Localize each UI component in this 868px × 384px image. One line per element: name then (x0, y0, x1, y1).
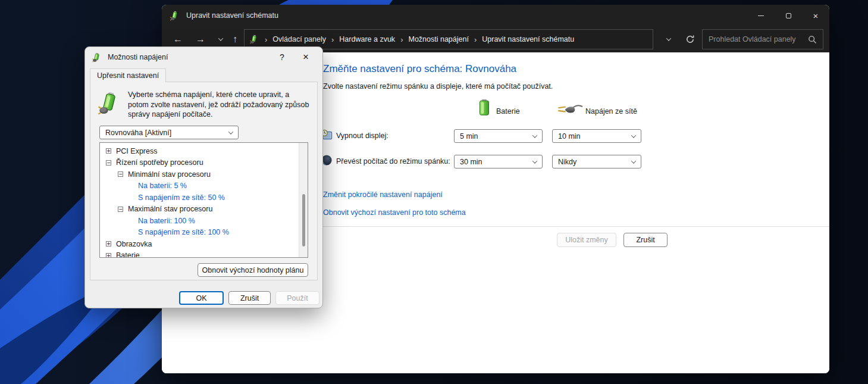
tree-item-label: Baterie (116, 251, 140, 258)
restore-plan-defaults-button[interactable]: Obnovit výchozí hodnoty plánu (198, 263, 308, 277)
collapse-icon[interactable]: − (118, 171, 123, 177)
window-controls: × (747, 5, 829, 26)
restore-defaults-link[interactable]: Obnovit výchozí nastavení pro toto schém… (323, 208, 466, 217)
desktop: Upravit nastavení schématu × ← → ↑ (0, 0, 868, 384)
refresh-button[interactable] (681, 26, 700, 52)
dialog-cancel-button[interactable]: Zrušit (228, 291, 271, 305)
tree-value-on-battery-min[interactable]: Na baterii: 5 % (100, 180, 298, 192)
breadcrumb-separator-icon: › (469, 35, 482, 44)
tree-item-label: Maximální stav procesoru (128, 205, 212, 213)
cancel-button[interactable]: Zrušit (623, 233, 668, 247)
turn-off-display-label: Vypnout displej: (336, 132, 388, 140)
collapse-icon[interactable]: − (118, 207, 123, 212)
page-title: Změňte nastavení pro schéma: Rovnováha (323, 63, 516, 75)
refresh-icon (685, 35, 695, 44)
power-options-icon (170, 11, 180, 21)
power-options-icon (92, 52, 102, 63)
breadcrumb-item-power-options[interactable]: Možnosti napájení (408, 35, 468, 43)
maximize-button[interactable] (775, 5, 802, 26)
power-scheme-icon (98, 91, 122, 115)
close-button[interactable]: × (802, 5, 829, 26)
plugged-in-column-header: Napájen ze sítě (585, 107, 637, 115)
breadcrumb-item-edit-plan[interactable]: Upravit nastavení schématu (482, 35, 574, 43)
window-title: Upravit nastavení schématu (186, 11, 278, 20)
help-button[interactable]: ? (270, 48, 294, 66)
close-icon: × (303, 51, 309, 63)
sleep-label: Převést počítač do režimu spánku: (336, 157, 450, 166)
selected-value: Nikdy (558, 158, 576, 166)
tree-value-label: S napájením ze sítě: 100 % (138, 228, 229, 236)
address-history-button[interactable] (659, 26, 678, 52)
forward-icon: → (196, 34, 205, 45)
power-scheme-select[interactable]: Rovnováha [Aktivní] (99, 126, 239, 139)
battery-column-header: Baterie (496, 107, 520, 115)
breadcrumb-separator-icon: › (395, 35, 408, 44)
tree-value-label: S napájením ze sítě: 50 % (138, 193, 225, 202)
collapse-icon[interactable]: − (106, 160, 111, 166)
sleep-plugged-select[interactable]: Nikdy (552, 155, 641, 168)
apply-button[interactable]: Použít (275, 291, 319, 305)
window-titlebar[interactable]: Upravit nastavení schématu × (162, 5, 829, 26)
tree-item-processor-power[interactable]: − Řízení spotřeby procesoru (100, 157, 298, 169)
search-box[interactable] (702, 29, 823, 49)
selected-value: 10 min (558, 132, 581, 141)
battery-icon (479, 99, 490, 115)
up-icon: ↑ (233, 34, 237, 45)
chevron-down-icon (532, 133, 537, 138)
save-changes-button[interactable]: Uložit změny (557, 233, 616, 247)
minimize-icon (758, 15, 764, 16)
power-options-dialog: Možnosti napájení ? × Upřesnit nastavení… (84, 46, 323, 308)
advanced-power-settings-link[interactable]: Změnit pokročilé nastavení napájení (323, 191, 443, 199)
dialog-titlebar[interactable]: Možnosti napájení ? × (85, 47, 322, 67)
tree-value-label: Na baterii: 5 % (138, 182, 187, 190)
dialog-title: Možnosti napájení (108, 53, 168, 61)
ok-button[interactable]: OK (179, 291, 224, 305)
selected-value: 30 min (460, 158, 482, 166)
chevron-down-icon (532, 158, 537, 163)
dialog-close-button[interactable]: × (294, 48, 318, 66)
tree-value-on-battery-max[interactable]: Na baterii: 100 % (100, 215, 298, 227)
expand-icon[interactable]: + (106, 148, 111, 154)
tree-item-label: Řízení spotřeby procesoru (116, 158, 203, 167)
close-icon: × (813, 11, 819, 21)
selected-value: 5 min (460, 132, 478, 141)
tree-item-label: PCI Express (116, 147, 157, 155)
plug-icon (557, 104, 583, 115)
minimize-button[interactable] (747, 5, 775, 26)
tree-item-pci-express[interactable]: + PCI Express (100, 145, 298, 157)
breadcrumb-separator-icon: › (259, 35, 272, 44)
page-subtitle: Zvolte nastavení režimu spánku a displej… (323, 82, 553, 90)
scrollbar-thumb[interactable] (302, 194, 305, 246)
settings-tree[interactable]: + PCI Express − Řízení spotřeby procesor… (99, 142, 308, 258)
maximize-icon (786, 13, 791, 18)
breadcrumb-separator-icon: › (326, 35, 339, 44)
breadcrumb-item-hardware-sound[interactable]: Hardware a zvuk (339, 35, 395, 43)
chevron-down-icon (666, 36, 671, 40)
breadcrumb-item-control-panel[interactable]: Ovládací panely (272, 35, 326, 43)
chevron-down-icon (631, 133, 636, 138)
tree-scrollbar[interactable] (299, 143, 308, 257)
tree-value-label: Na baterii: 100 % (138, 217, 195, 225)
expand-icon[interactable]: + (106, 241, 111, 246)
tree-value-plugged-in-max[interactable]: S napájením ze sítě: 100 % (100, 227, 298, 239)
power-options-icon (250, 35, 259, 44)
sleep-battery-select[interactable]: 30 min (454, 155, 543, 168)
tab-advanced-settings[interactable]: Upřesnit nastavení (90, 68, 166, 82)
back-icon: ← (173, 34, 183, 45)
selected-scheme: Rovnováha [Aktivní] (105, 129, 171, 137)
display-off-battery-select[interactable]: 5 min (454, 129, 543, 143)
chevron-down-icon (218, 36, 223, 40)
tree-item-min-processor-state[interactable]: − Minimální stav procesoru (100, 168, 298, 180)
dialog-description: Vyberte schéma napájení, které chcete up… (128, 90, 311, 120)
chevron-down-icon (228, 129, 233, 134)
tree-value-plugged-in-min[interactable]: S napájením ze sítě: 50 % (100, 192, 298, 204)
search-input[interactable] (709, 35, 808, 43)
tree-item-battery[interactable]: + Baterie (100, 250, 298, 258)
help-icon: ? (280, 52, 284, 62)
tree-item-max-processor-state[interactable]: − Maximální stav procesoru (100, 204, 298, 216)
chevron-down-icon (631, 158, 636, 163)
expand-icon[interactable]: + (106, 253, 111, 258)
display-off-plugged-select[interactable]: 10 min (552, 129, 641, 143)
tree-item-display[interactable]: + Obrazovka (100, 238, 298, 250)
tree-item-label: Obrazovka (116, 240, 152, 248)
